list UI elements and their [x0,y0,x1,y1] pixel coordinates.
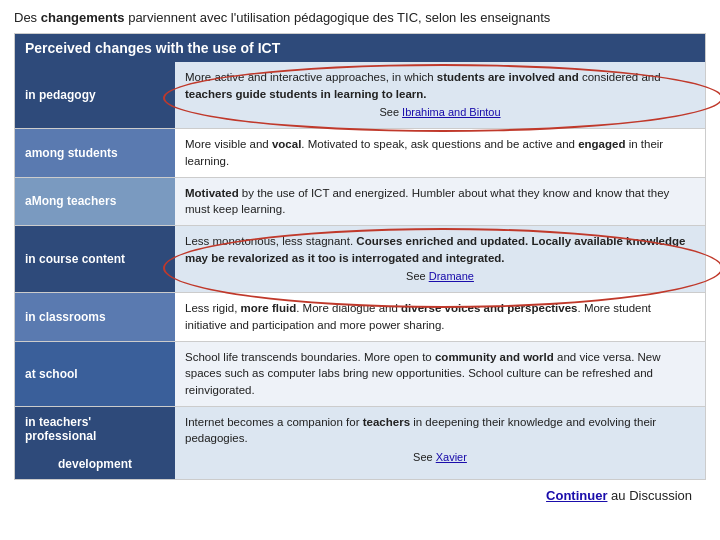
table-row: in teachers' professional development In… [15,407,705,479]
footer: Continuer au Discussion [14,480,706,507]
row-label-course: in course content [15,226,175,292]
row-label-professional: in teachers' professional development [15,407,175,479]
page-title: Des changements parviennent avec l'utili… [14,10,706,25]
row-content-classrooms: Less rigid, more fluid. More dialogue an… [175,293,705,340]
page-wrapper: Des changements parviennent avec l'utili… [0,0,720,515]
table-header: Perceived changes with the use of ICT [15,34,705,62]
row-label-classrooms: in classrooms [15,293,175,340]
row-label-school: at school [15,342,175,406]
see-line-course: See Dramane [185,269,695,285]
link-xavier[interactable]: Xavier [436,451,467,463]
row-label-students: among students [15,129,175,176]
row-content-school: School life transcends boundaries. More … [175,342,705,406]
row-content-students: More visible and vocal. Motivated to spe… [175,129,705,176]
table-row: in classrooms Less rigid, more fluid. Mo… [15,293,705,341]
table-row: among students More visible and vocal. M… [15,129,705,177]
title-prefix: Des [14,10,41,25]
row-content-course: Less monotonous, less stagnant. Courses … [175,226,705,292]
content-text-pedagogy: More active and interactive approaches, … [185,71,661,100]
row-content-pedagogy: More active and interactive approaches, … [175,62,705,128]
table-row: at school School life transcends boundar… [15,342,705,407]
table-row: in pedagogy More active and interactive … [15,62,705,129]
main-table: Perceived changes with the use of ICT in… [14,33,706,480]
footer-suffix: au Discussion [607,488,692,503]
see-line-pedagogy: See Ibrahima and Bintou [185,105,695,121]
row-label-pedagogy: in pedagogy [15,62,175,128]
row-content-teachers: Motivated by the use of ICT and energize… [175,178,705,225]
row-label-teachers: aMong teachers [15,178,175,225]
link-ibrahima[interactable]: Ibrahima and Bintou [402,106,500,118]
table-row: aMong teachers Motivated by the use of I… [15,178,705,226]
see-line-professional: See Xavier [185,450,695,466]
link-dramane[interactable]: Dramane [429,270,474,282]
title-suffix: parviennent avec l'utilisation pédagogiq… [125,10,551,25]
title-bold: changements [41,10,125,25]
table-row: in course content Less monotonous, less … [15,226,705,293]
row-content-professional: Internet becomes a companion for teacher… [175,407,705,479]
continuer-link[interactable]: Continuer [546,488,607,503]
